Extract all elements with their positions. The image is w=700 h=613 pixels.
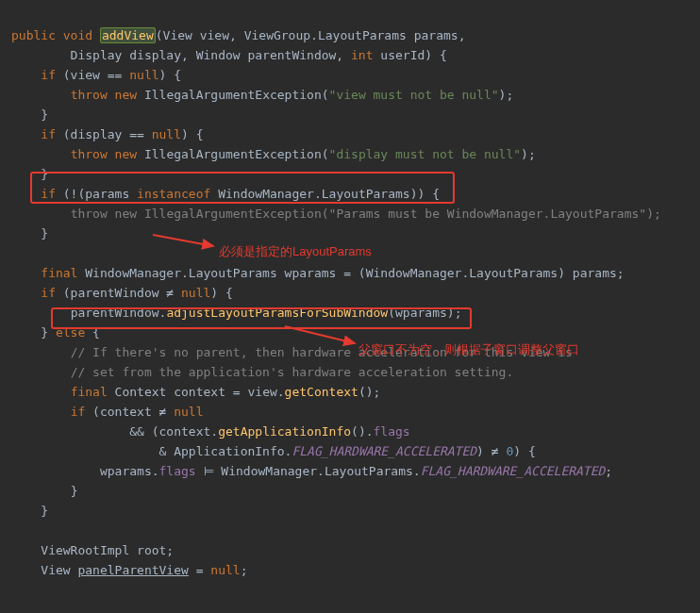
cond-parent-b: ) { bbox=[210, 286, 232, 300]
throw-iae-3a: IllegalArgumentException( bbox=[137, 207, 329, 221]
decl-context-b: (); bbox=[358, 385, 380, 399]
brace-close: } bbox=[71, 484, 78, 498]
kw-new: new bbox=[115, 207, 137, 221]
kw-throw: throw bbox=[71, 147, 108, 161]
kw-if: if bbox=[41, 286, 56, 300]
method-adjust: adjustLayoutParamsForSubWindow bbox=[166, 306, 388, 320]
cond-flags-b: (). bbox=[351, 424, 373, 439]
signature-params-1: (View view, ViewGroup.LayoutParams param… bbox=[156, 28, 466, 42]
kw-if: if bbox=[41, 68, 56, 82]
cond-view-null-b: ) { bbox=[159, 68, 181, 82]
call-args: (wparams); bbox=[388, 306, 461, 320]
assign-wp-a: wparams. bbox=[100, 464, 159, 478]
str-display-null: "display must not be null" bbox=[329, 147, 522, 161]
kw-throw: throw bbox=[71, 207, 108, 221]
kw-throw: throw bbox=[71, 88, 108, 102]
cond-parent-a: (parentWindow ≠ bbox=[56, 286, 181, 300]
else-brace: { bbox=[85, 325, 100, 340]
brace-close: } bbox=[41, 504, 48, 518]
throw-iae-3b: ); bbox=[646, 207, 661, 221]
kw-new: new bbox=[115, 147, 137, 161]
kw-if: if bbox=[41, 127, 56, 141]
throw-iae-2a: IllegalArgumentException( bbox=[137, 147, 329, 161]
code-editor[interactable]: public void addView(View view, ViewGroup… bbox=[11, 6, 700, 580]
comment-line-2: // set from the application's hardware a… bbox=[71, 365, 514, 379]
str-view-null: "view must not be null" bbox=[329, 88, 499, 102]
cond-flags-a: (context. bbox=[144, 424, 218, 439]
decl-wparams: WindowManager.LayoutParams wparams = (Wi… bbox=[77, 266, 624, 280]
cond-display-null-a: (display == bbox=[56, 127, 152, 141]
str-params: "Params must be WindowManager.LayoutPara… bbox=[329, 207, 647, 221]
kw-if: if bbox=[41, 187, 56, 201]
kw-null: null bbox=[210, 563, 240, 577]
method-getContext: getContext bbox=[285, 385, 358, 399]
brace-close: } bbox=[41, 226, 48, 240]
field-flags: flags bbox=[159, 464, 196, 478]
brace-close: } bbox=[41, 108, 48, 122]
throw-iae-1a: IllegalArgumentException( bbox=[137, 88, 329, 102]
kw-instanceof: instanceof bbox=[137, 187, 210, 201]
cond-flags-c: & ApplicationInfo. bbox=[159, 444, 292, 458]
kw-null: null bbox=[181, 286, 210, 300]
decl-ppv-a: View bbox=[41, 563, 77, 577]
throw-iae-1b: ); bbox=[499, 88, 514, 102]
method-addView: addView bbox=[100, 27, 156, 43]
cond-instanceof-b: WindowManager.LayoutParams)) { bbox=[210, 187, 440, 201]
decl-ppv-b: = bbox=[189, 563, 210, 577]
kw-null: null bbox=[174, 405, 203, 419]
kw-final: final bbox=[41, 266, 77, 280]
kw-int: int bbox=[351, 48, 373, 62]
var-panelParentView: panelParentView bbox=[77, 563, 188, 577]
kw-null: null bbox=[129, 68, 158, 82]
cond-flags-e: ) { bbox=[513, 444, 535, 458]
throw-iae-2b: ); bbox=[521, 147, 536, 161]
kw-else: else bbox=[56, 325, 85, 340]
decl-ppv-c: ; bbox=[241, 563, 248, 577]
cond-ctx-a: (context ≠ bbox=[85, 405, 174, 419]
field-flags: flags bbox=[374, 424, 410, 439]
kw-new: new bbox=[115, 88, 137, 102]
const-hw-accel: FLAG_HARDWARE_ACCELERATED bbox=[292, 444, 476, 458]
kw-null: null bbox=[152, 127, 181, 141]
kw-public: public bbox=[11, 28, 56, 42]
op-and: && bbox=[129, 424, 144, 439]
cond-flags-d: ) ≠ bbox=[476, 444, 506, 458]
cond-view-null-a: (view == bbox=[56, 68, 129, 82]
const-hw-accel: FLAG_HARDWARE_ACCELERATED bbox=[421, 464, 606, 478]
comment-line-1: // If there's no parent, then hardware a… bbox=[71, 345, 573, 359]
decl-root: ViewRootImpl root; bbox=[41, 543, 174, 557]
brace-close: } bbox=[41, 167, 48, 181]
decl-context-a: Context context = view. bbox=[108, 385, 285, 399]
kw-if: if bbox=[71, 405, 86, 419]
signature-params-2: Display display, Window parentWindow, bbox=[11, 48, 351, 62]
kw-final: final bbox=[71, 385, 108, 399]
signature-params-3: userId) { bbox=[374, 48, 447, 62]
kw-void: void bbox=[63, 28, 92, 42]
call-parentwindow: parentWindow. bbox=[71, 306, 167, 320]
cond-instanceof-a: (!(params bbox=[56, 187, 137, 201]
method-getAppInfo: getApplicationInfo bbox=[218, 424, 351, 439]
assign-wp-c: ; bbox=[605, 464, 612, 478]
cond-display-null-b: ) { bbox=[181, 127, 203, 141]
assign-wp-b: ⊨ WindowManager.LayoutParams. bbox=[196, 464, 421, 478]
